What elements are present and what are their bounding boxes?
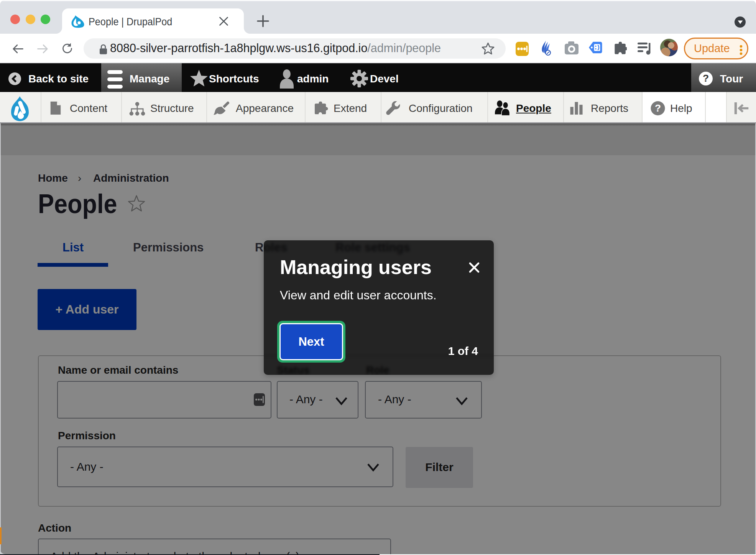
svg-text:?: ? — [703, 72, 709, 84]
svg-text:?: ? — [655, 102, 661, 114]
